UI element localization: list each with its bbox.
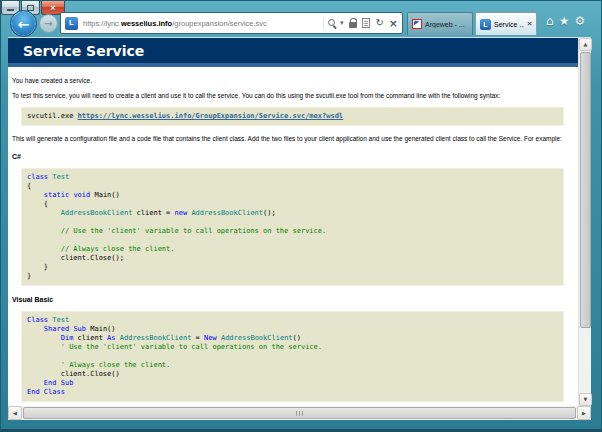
- close-icon: ×: [50, 3, 55, 13]
- url-text[interactable]: https://lync.wesselius.info/groupexpansi…: [83, 19, 323, 28]
- intro-paragraph-2: To test this service, you will need to c…: [12, 91, 572, 100]
- intro-paragraph-1: You have created a service.: [12, 76, 572, 85]
- address-bar[interactable]: L https://lync.wesselius.info/groupexpan…: [60, 12, 403, 34]
- back-button[interactable]: ←: [10, 10, 37, 37]
- vertical-scroll-thumb[interactable]: [580, 52, 591, 328]
- lync-favicon-tab: L: [480, 19, 491, 30]
- vb-code-sample: Class Test Shared Sub Main() Dim client …: [21, 311, 564, 402]
- forward-arrow-icon: →: [44, 18, 52, 29]
- scroll-up-button[interactable]: ▲: [579, 38, 592, 51]
- scroll-down-icon: ▼: [584, 397, 588, 402]
- favorites-star-icon[interactable]: ★: [559, 15, 570, 27]
- scroll-up-icon: ▲: [584, 42, 588, 47]
- address-bar-actions: ▾ ↻ ×: [323, 18, 398, 29]
- tab-label: Argeweb - ...: [425, 21, 468, 28]
- csharp-code-sample: class Test{ static void Main() { Address…: [21, 168, 564, 286]
- page-title: Service Service: [8, 38, 578, 67]
- scroll-right-button[interactable]: ▶: [577, 406, 591, 420]
- lync-glyph: L: [69, 19, 74, 27]
- search-icon[interactable]: [327, 18, 338, 29]
- security-lock-icon[interactable]: [348, 18, 357, 29]
- home-icon[interactable]: ⌂: [546, 15, 554, 27]
- lync-favicon-address: L: [65, 17, 78, 30]
- browser-actions: ⌂ ★ ⚙: [546, 15, 585, 27]
- refresh-icon[interactable]: ↻: [375, 18, 383, 28]
- url-scheme: https://lync.: [83, 19, 121, 28]
- generate-paragraph: This will generate a configuration file …: [12, 134, 572, 143]
- page-content-area: Service Service You have created a servi…: [8, 38, 578, 406]
- svcutil-command-text: svcutil.exe: [27, 112, 78, 120]
- search-dropdown-icon[interactable]: ▾: [340, 19, 344, 27]
- window-controls: ×: [1, 1, 65, 15]
- url-domain: wesselius.info: [121, 19, 172, 28]
- back-arrow-icon: ←: [18, 16, 30, 32]
- horizontal-scroll-thumb[interactable]: [23, 407, 576, 419]
- wsdl-link[interactable]: https://lync.wesselius.info/GroupExpansi…: [78, 112, 344, 120]
- compatibility-view-icon[interactable]: [362, 18, 370, 28]
- tab-label: Service ...: [494, 21, 524, 28]
- tab-service[interactable]: L Service ... ×: [475, 12, 537, 35]
- maximize-icon: [27, 5, 34, 11]
- horizontal-scrollbar[interactable]: ◀ ▶: [8, 406, 591, 420]
- page-viewport: Service Service You have created a servi…: [8, 37, 591, 406]
- scroll-grip: [296, 411, 303, 416]
- url-path: /groupexpansion/service.svc: [172, 19, 267, 28]
- forward-button[interactable]: →: [39, 14, 58, 33]
- tab-argeweb[interactable]: Argeweb - ...: [407, 12, 473, 35]
- lync-glyph: L: [483, 21, 487, 28]
- argeweb-favicon: [412, 19, 422, 29]
- svcutil-command-box: svcutil.exe https://lync.wesselius.info/…: [21, 107, 564, 126]
- page-body: You have created a service. To test this…: [8, 67, 578, 402]
- stop-icon[interactable]: ×: [389, 18, 398, 29]
- tab-close-icon[interactable]: ×: [527, 20, 532, 28]
- vb-label: Visual Basic: [12, 295, 572, 304]
- scroll-down-button[interactable]: ▼: [579, 393, 592, 406]
- scroll-left-button[interactable]: ◀: [8, 406, 22, 420]
- browser-window: × ← → L https://lync.wesselius.info/grou…: [0, 0, 602, 432]
- scroll-right-icon: ▶: [582, 411, 586, 416]
- csharp-label: C#: [12, 152, 572, 161]
- vertical-scrollbar[interactable]: ▲ ▼: [578, 38, 591, 406]
- settings-gear-icon[interactable]: ⚙: [574, 15, 585, 27]
- minimize-icon: [7, 9, 14, 11]
- tab-bar: Argeweb - ... L Service ... ×: [407, 12, 537, 35]
- scroll-left-icon: ◀: [13, 411, 17, 416]
